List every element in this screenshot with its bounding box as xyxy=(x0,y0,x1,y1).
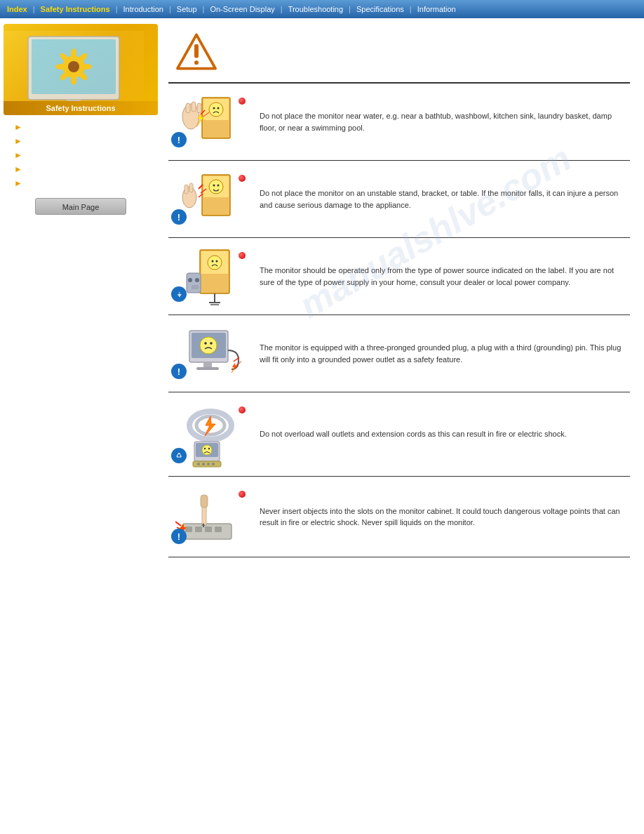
instruction-icon-area-4: ! xyxy=(168,324,253,383)
instruction-text-5: Do not overload wall outlets and extensi… xyxy=(253,428,630,440)
nav-item-troubleshoot[interactable]: Troubleshooting xyxy=(284,4,347,15)
svg-point-34 xyxy=(217,185,220,187)
warning-triangle-icon xyxy=(175,32,217,71)
svg-rect-79 xyxy=(195,527,202,532)
svg-point-74 xyxy=(202,463,205,465)
nav-separator-2: | xyxy=(116,5,118,13)
instruction-row-4: ! The monitor is equipped with a three-p… xyxy=(168,315,630,392)
sidebar-title: Safety Instructions xyxy=(4,101,158,115)
svg-point-71 xyxy=(208,448,210,449)
svg-point-57 xyxy=(204,342,207,345)
svg-point-51 xyxy=(188,278,192,282)
ground-badge-3: ⏚ xyxy=(171,286,187,302)
svg-point-44 xyxy=(212,260,214,263)
arrow-icon-3: ► xyxy=(14,150,22,160)
nav-item-osd[interactable]: On-Screen Display xyxy=(206,4,279,15)
svg-rect-16 xyxy=(194,44,199,58)
content-area: ! Do not place the monitor near water, e… xyxy=(161,18,644,834)
svg-rect-87 xyxy=(201,495,208,508)
svg-rect-86 xyxy=(202,506,206,526)
svg-rect-36 xyxy=(185,185,188,194)
svg-point-73 xyxy=(197,463,200,465)
red-bullet-2 xyxy=(239,175,246,182)
svg-rect-59 xyxy=(203,362,212,368)
warning-badge-4: ! xyxy=(171,364,187,379)
nav-item-specs[interactable]: Specifications xyxy=(352,4,408,15)
svg-point-32 xyxy=(209,180,223,194)
nav-item-index[interactable]: Index xyxy=(3,4,32,15)
instruction-icon-area-1: ! xyxy=(168,92,253,152)
arrow-icon-1: ► xyxy=(14,122,22,132)
warning-badge-6: ! xyxy=(171,529,187,544)
sidebar-link-4[interactable]: ► xyxy=(14,164,161,174)
main-page-button[interactable]: Main Page xyxy=(35,198,126,215)
sidebar-link-1[interactable]: ► xyxy=(14,122,161,132)
nav-item-setup[interactable]: Setup xyxy=(173,4,201,15)
instruction-row-3: ⏚ The monitor should be operated only fr… xyxy=(168,238,630,315)
svg-rect-53 xyxy=(192,285,199,289)
red-bullet-5 xyxy=(239,406,246,413)
svg-rect-81 xyxy=(215,527,222,532)
arrow-icon-5: ► xyxy=(14,178,22,188)
svg-point-69 xyxy=(202,445,212,455)
svg-rect-80 xyxy=(205,527,212,532)
svg-point-76 xyxy=(212,463,215,465)
svg-point-58 xyxy=(210,342,213,345)
svg-point-43 xyxy=(208,256,222,270)
warning-badge-1: ! xyxy=(171,132,187,147)
instruction-text-3: The monitor should be operated only from… xyxy=(253,265,630,288)
nav-item-intro[interactable]: Introduction xyxy=(119,4,167,15)
instruction-text-4: The monitor is equipped with a three-pro… xyxy=(253,342,630,365)
svg-rect-50 xyxy=(187,273,201,293)
svg-point-17 xyxy=(194,60,199,65)
sidebar-links: ► ► ► ► ► xyxy=(14,122,161,188)
warning-badge-2: ! xyxy=(171,209,187,225)
svg-rect-37 xyxy=(189,183,193,192)
svg-point-23 xyxy=(182,104,199,129)
svg-rect-89 xyxy=(203,524,204,527)
svg-rect-60 xyxy=(196,367,219,370)
nav-separator-5: | xyxy=(281,5,283,13)
instruction-row-6: ! Never insert objects into the slots on… xyxy=(168,477,630,557)
nav-separator-6: | xyxy=(349,5,351,13)
svg-rect-25 xyxy=(192,102,196,112)
instruction-icon-area-2: ! xyxy=(168,169,253,229)
svg-rect-26 xyxy=(197,103,201,113)
red-bullet-6 xyxy=(239,491,246,498)
sidebar-image-box: Safety Instructions xyxy=(4,24,158,115)
instruction-icon-area-6: ! xyxy=(168,485,253,548)
instruction-icon-area-3: ⏚ xyxy=(168,246,253,306)
instruction-text-2: Do not place the monitor on an unstable … xyxy=(253,187,630,211)
nav-item-safety[interactable]: Safety Instructions xyxy=(36,4,114,15)
arrow-icon-2: ► xyxy=(14,136,22,146)
svg-point-56 xyxy=(200,337,217,354)
svg-line-82 xyxy=(175,522,181,526)
svg-point-33 xyxy=(213,185,215,187)
instruction-row-1: ! Do not place the monitor near water, e… xyxy=(168,84,630,161)
svg-point-22 xyxy=(217,107,220,110)
arrow-icon-4: ► xyxy=(14,164,22,174)
warning-section xyxy=(168,25,630,84)
instruction-row-5: ♺ Do not overload wall outlets and exten… xyxy=(168,392,630,477)
red-bullet-3 xyxy=(239,252,246,259)
svg-point-20 xyxy=(209,102,223,117)
sidebar-link-2[interactable]: ► xyxy=(14,136,161,146)
navigation-bar: Index | Safety Instructions | Introducti… xyxy=(0,0,644,18)
nav-item-info[interactable]: Information xyxy=(413,4,460,15)
sidebar: Safety Instructions ► ► ► ► ► xyxy=(0,18,161,834)
nav-separator-7: | xyxy=(410,5,412,13)
svg-rect-24 xyxy=(186,103,190,113)
svg-point-45 xyxy=(216,260,218,263)
main-layout: Safety Instructions ► ► ► ► ► xyxy=(0,18,644,834)
sidebar-link-5[interactable]: ► xyxy=(14,178,161,188)
sidebar-link-3[interactable]: ► xyxy=(14,150,161,160)
instruction-text-6: Never insert objects into the slots on t… xyxy=(253,505,630,529)
svg-point-21 xyxy=(213,107,215,110)
instruction-row-2: ! Do not place the monitor on an unstabl… xyxy=(168,161,630,238)
svg-point-70 xyxy=(204,448,206,449)
nav-separator-4: | xyxy=(203,5,205,13)
nav-separator-1: | xyxy=(33,5,35,13)
nav-separator-3: | xyxy=(169,5,171,13)
recycle-badge-5: ♺ xyxy=(171,448,187,463)
instruction-text-1: Do not place the monitor near water, e.g… xyxy=(253,110,630,133)
